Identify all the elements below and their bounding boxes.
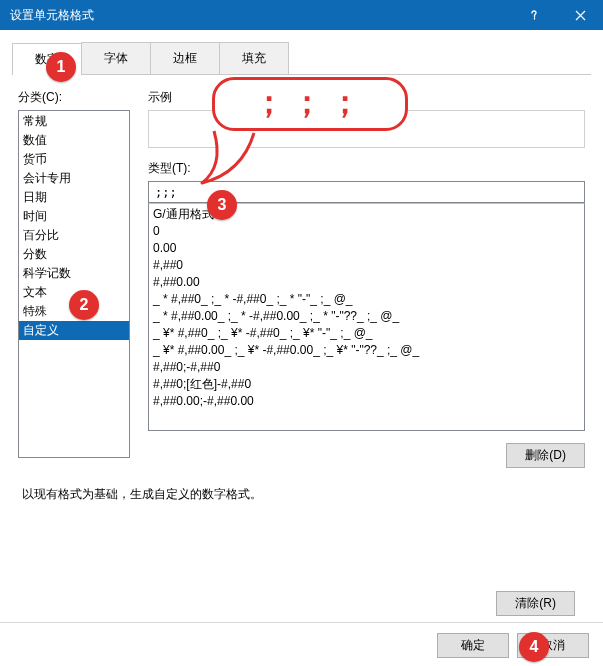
tab-panel-number: 分类(C): 常规 数值 货币 会计专用 日期 时间 百分比 分数 科学记数 文… <box>12 75 591 591</box>
tab-font[interactable]: 字体 <box>81 42 151 74</box>
category-item[interactable]: 文本 <box>19 283 129 302</box>
type-item[interactable]: 0 <box>153 223 580 240</box>
category-item[interactable]: 时间 <box>19 207 129 226</box>
category-list[interactable]: 常规 数值 货币 会计专用 日期 时间 百分比 分数 科学记数 文本 特殊 自定… <box>18 110 130 458</box>
category-item[interactable]: 日期 <box>19 188 129 207</box>
category-item[interactable]: 特殊 <box>19 302 129 321</box>
category-item[interactable]: 常规 <box>19 112 129 131</box>
type-list[interactable]: G/通用格式 0 0.00 #,##0 #,##0.00 _ * #,##0_ … <box>148 203 585 431</box>
type-item[interactable]: 0.00 <box>153 240 580 257</box>
category-item-custom[interactable]: 自定义 <box>19 321 129 340</box>
category-item[interactable]: 货币 <box>19 150 129 169</box>
annotation-speech-bubble: ；；； <box>212 77 408 131</box>
type-item[interactable]: #,##0;[红色]-#,##0 <box>153 376 580 393</box>
dialog-footer: 确定 取消 <box>0 622 603 666</box>
clear-button[interactable]: 清除(R) <box>496 591 575 616</box>
titlebar: 设置单元格格式 <box>0 0 603 30</box>
type-item[interactable]: _ * #,##0.00_ ;_ * -#,##0.00_ ;_ * "-"??… <box>153 308 580 325</box>
type-item[interactable]: _ * #,##0_ ;_ * -#,##0_ ;_ * "-"_ ;_ @_ <box>153 291 580 308</box>
category-item[interactable]: 百分比 <box>19 226 129 245</box>
category-item[interactable]: 分数 <box>19 245 129 264</box>
delete-button[interactable]: 删除(D) <box>506 443 585 468</box>
tab-border[interactable]: 边框 <box>150 42 220 74</box>
type-item[interactable]: #,##0.00;-#,##0.00 <box>153 393 580 410</box>
type-item[interactable]: #,##0 <box>153 257 580 274</box>
hint-text: 以现有格式为基础，生成自定义的数字格式。 <box>18 486 585 503</box>
type-item[interactable]: _ ¥* #,##0_ ;_ ¥* -#,##0_ ;_ ¥* "-"_ ;_ … <box>153 325 580 342</box>
type-item[interactable]: _ ¥* #,##0.00_ ;_ ¥* -#,##0.00_ ;_ ¥* "-… <box>153 342 580 359</box>
cancel-button[interactable]: 取消 <box>517 633 589 658</box>
tab-number[interactable]: 数字 <box>12 43 82 75</box>
tab-fill[interactable]: 填充 <box>219 42 289 74</box>
category-item[interactable]: 数值 <box>19 131 129 150</box>
category-item[interactable]: 会计专用 <box>19 169 129 188</box>
type-item[interactable]: #,##0;-#,##0 <box>153 359 580 376</box>
close-button[interactable] <box>557 0 603 30</box>
category-item[interactable]: 科学记数 <box>19 264 129 283</box>
help-button[interactable] <box>511 0 557 30</box>
window-title: 设置单元格格式 <box>0 7 511 24</box>
category-label: 分类(C): <box>18 89 130 106</box>
annotation-speech-text: ；；； <box>212 77 408 131</box>
ok-button[interactable]: 确定 <box>437 633 509 658</box>
type-item[interactable]: G/通用格式 <box>153 206 580 223</box>
type-item[interactable]: #,##0.00 <box>153 274 580 291</box>
